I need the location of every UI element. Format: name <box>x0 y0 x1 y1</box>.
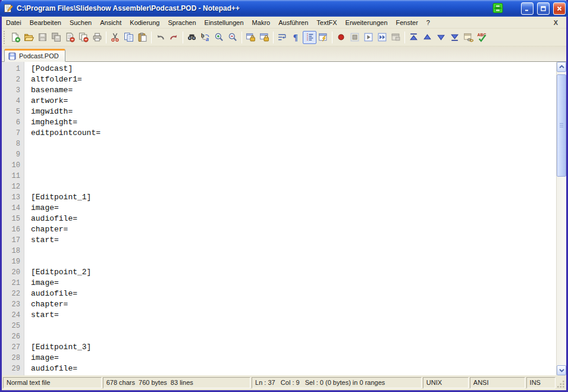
show-indent-guide-button[interactable] <box>303 31 316 44</box>
editor-line[interactable]: 16 chapter= <box>2 224 556 235</box>
macro-run-multiple-button[interactable] <box>375 31 389 44</box>
macro-play-button[interactable] <box>362 31 375 44</box>
close-button[interactable] <box>553 2 566 15</box>
editor-line[interactable]: 20 [Editpoint_2] <box>2 267 556 278</box>
title-bar[interactable]: C:\Program Files\Slideshow Assembler\Pod… <box>0 0 568 17</box>
menu-item[interactable]: ? <box>422 18 434 27</box>
editor-line[interactable]: 27 [Editpoint_3] <box>2 342 556 353</box>
macro-stop-button[interactable] <box>348 31 362 44</box>
close-file-button[interactable] <box>63 31 77 44</box>
zoom-in-button[interactable] <box>212 31 226 44</box>
open-button[interactable] <box>22 31 36 44</box>
editor-line[interactable]: 24 start= <box>2 310 556 321</box>
menu-item[interactable]: Ansicht <box>96 18 125 27</box>
editor-line[interactable]: 7 editpointcount= <box>2 128 556 139</box>
menu-item[interactable]: Ausführen <box>274 18 312 27</box>
textfx-down-button[interactable] <box>434 31 448 44</box>
save-button[interactable] <box>36 31 49 44</box>
menu-item[interactable]: TextFX <box>312 18 341 27</box>
scroll-down-button[interactable] <box>557 365 566 375</box>
editor-line[interactable]: 17 start= <box>2 235 556 246</box>
scrollbar-track[interactable] <box>557 72 566 365</box>
replace-icon: b a <box>200 32 211 42</box>
menu-item[interactable]: Fenster <box>392 18 422 27</box>
maximize-button[interactable] <box>537 2 550 15</box>
textfx-up-button[interactable] <box>420 31 434 44</box>
menu-item[interactable]: Sprachen <box>164 18 200 27</box>
print-button[interactable] <box>90 31 104 44</box>
editor-line[interactable]: 15 audiofile= <box>2 214 556 224</box>
copy-button[interactable] <box>122 31 136 44</box>
undo-button[interactable] <box>153 31 167 44</box>
editor-line[interactable]: 18 <box>2 246 556 256</box>
menu-item[interactable]: Suchen <box>65 18 96 27</box>
line-number: 27 <box>2 342 24 353</box>
editor-line[interactable]: 12 <box>2 181 556 192</box>
sync-horizontal-scroll-button[interactable] <box>258 31 271 44</box>
editor-line[interactable]: 2 altfolder1= <box>2 74 556 85</box>
editor-line[interactable]: 10 <box>2 160 556 171</box>
editor-line[interactable]: 1 [Podcast] <box>2 64 556 74</box>
editor-line[interactable]: 14 image= <box>2 203 556 214</box>
editor-line[interactable]: 8 <box>2 139 556 149</box>
macro-save-button[interactable] <box>389 31 403 44</box>
editor-line[interactable]: 23 chapter= <box>2 299 556 310</box>
zoom-out-button[interactable] <box>226 31 240 44</box>
editor-line[interactable]: 25 <box>2 321 556 331</box>
new-file-button[interactable] <box>8 31 22 44</box>
menu-item[interactable]: Kodierung <box>125 18 164 27</box>
menu-item[interactable]: Bearbeiten <box>26 18 65 27</box>
textfx-top-button[interactable] <box>407 31 420 44</box>
editor-line[interactable]: 6 imgheight= <box>2 117 556 128</box>
redo-button[interactable] <box>167 31 181 44</box>
status-doc-size: 678 chars 760 bytes 83 lines <box>103 377 250 388</box>
macro-record-button[interactable] <box>334 31 348 44</box>
cut-button[interactable] <box>108 31 122 44</box>
menu-item[interactable]: Makro <box>248 18 275 27</box>
show-all-characters-button[interactable]: ¶ <box>289 31 303 44</box>
user-dialog-button[interactable] <box>316 31 330 44</box>
minimize-button[interactable] <box>521 2 534 15</box>
toolbar-separator <box>273 32 274 43</box>
text-editor[interactable]: 1 [Podcast] 2 altfolder1= 3 basename= 4 … <box>2 62 556 375</box>
doc-monitor-button[interactable] <box>462 31 475 44</box>
spell-check-button[interactable]: ABC <box>475 31 489 44</box>
editor-line[interactable]: 5 imgwidth= <box>2 106 556 117</box>
textfx-bottom-button[interactable] <box>448 31 462 44</box>
chevron-up-icon <box>559 64 564 70</box>
window-title: C:\Program Files\Slideshow Assembler\Pod… <box>17 4 488 12</box>
tab-podcast-pod[interactable]: Podcast.POD <box>4 49 65 62</box>
close-all-button[interactable] <box>77 31 90 44</box>
menu-item[interactable]: Einstellungen <box>200 18 248 27</box>
editor-line[interactable]: 26 <box>2 331 556 342</box>
toolbar-grip[interactable] <box>4 31 7 44</box>
editor-line[interactable]: 28 image= <box>2 353 556 363</box>
editor-line[interactable]: 21 image= <box>2 278 556 288</box>
menu-item[interactable]: Erweiterungen <box>341 18 392 27</box>
word-wrap-button[interactable] <box>275 31 289 44</box>
menu-item[interactable]: Datei <box>2 18 26 27</box>
editor-line[interactable]: 11 <box>2 171 556 181</box>
editor-line[interactable]: 3 basename= <box>2 85 556 96</box>
editor-line[interactable]: 9 <box>2 149 556 160</box>
editor-line[interactable]: 29 audiofile= <box>2 363 556 374</box>
redo-icon <box>169 32 179 42</box>
scrollbar-thumb[interactable] <box>557 74 566 177</box>
scroll-up-button[interactable] <box>557 62 566 72</box>
line-number: 7 <box>2 128 24 139</box>
save-icon <box>37 32 48 42</box>
sync-vertical-scroll-button[interactable] <box>244 31 258 44</box>
editor-line[interactable]: 22 audiofile= <box>2 288 556 299</box>
green-capture-tray-icon[interactable] <box>491 2 504 14</box>
paste-button[interactable] <box>136 31 149 44</box>
save-all-button[interactable] <box>49 31 63 44</box>
editor-line[interactable]: 19 <box>2 256 556 267</box>
resize-grip[interactable] <box>557 377 565 388</box>
replace-button[interactable]: b a <box>199 31 212 44</box>
line-number: 5 <box>2 106 24 117</box>
close-document-x-button[interactable]: X <box>545 19 566 26</box>
editor-line[interactable]: 4 artwork= <box>2 96 556 106</box>
find-button[interactable] <box>185 31 199 44</box>
editor-line[interactable]: 13 [Editpoint_1] <box>2 192 556 203</box>
vertical-scrollbar[interactable] <box>556 62 566 375</box>
